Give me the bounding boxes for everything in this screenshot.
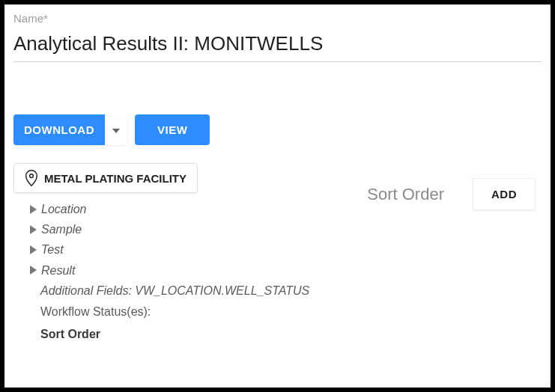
tree-item-label: Location bbox=[41, 199, 87, 219]
name-input[interactable] bbox=[13, 29, 542, 62]
svg-point-0 bbox=[30, 174, 34, 178]
map-pin-icon bbox=[25, 170, 38, 186]
add-button[interactable]: ADD bbox=[473, 178, 536, 210]
name-field-label: Name* bbox=[13, 12, 542, 25]
facility-chip-label: METAL PLATING FACILITY bbox=[44, 172, 186, 185]
tree-item-sample[interactable]: Sample bbox=[30, 219, 367, 239]
additional-fields-text: Additional Fields: VW_LOCATION.WELL_STAT… bbox=[13, 281, 367, 301]
tree-item-result[interactable]: Result bbox=[30, 260, 367, 281]
left-panel: METAL PLATING FACILITY Location Sample T… bbox=[13, 163, 367, 346]
expand-caret-icon bbox=[30, 266, 37, 275]
expand-caret-icon bbox=[30, 225, 37, 234]
expand-caret-icon bbox=[30, 245, 37, 254]
tree-item-label: Test bbox=[41, 239, 64, 260]
download-button[interactable]: DOWNLOAD bbox=[13, 114, 105, 145]
tree-item-label: Result bbox=[41, 260, 75, 281]
tree-item-test[interactable]: Test bbox=[30, 239, 367, 260]
right-panel: Sort Order ADD bbox=[367, 178, 542, 210]
tree-list: Location Sample Test Result bbox=[13, 199, 367, 281]
sort-order-heading: Sort Order bbox=[13, 323, 367, 346]
tree-item-label: Sample bbox=[41, 219, 82, 239]
facility-chip[interactable]: METAL PLATING FACILITY bbox=[13, 163, 198, 193]
action-button-row: DOWNLOAD VIEW bbox=[13, 114, 542, 145]
content-frame: Name* DOWNLOAD VIEW METAL PLATING FA bbox=[0, 0, 555, 392]
download-button-group: DOWNLOAD bbox=[13, 114, 127, 145]
tree-item-location[interactable]: Location bbox=[30, 199, 367, 219]
caret-down-icon bbox=[112, 124, 120, 135]
lower-region: METAL PLATING FACILITY Location Sample T… bbox=[13, 163, 542, 346]
download-dropdown-toggle[interactable] bbox=[105, 114, 127, 145]
view-button[interactable]: VIEW bbox=[135, 114, 210, 145]
expand-caret-icon bbox=[30, 205, 37, 214]
workflow-status-text: Workflow Status(es): bbox=[13, 301, 367, 323]
sort-order-label: Sort Order bbox=[367, 185, 444, 204]
